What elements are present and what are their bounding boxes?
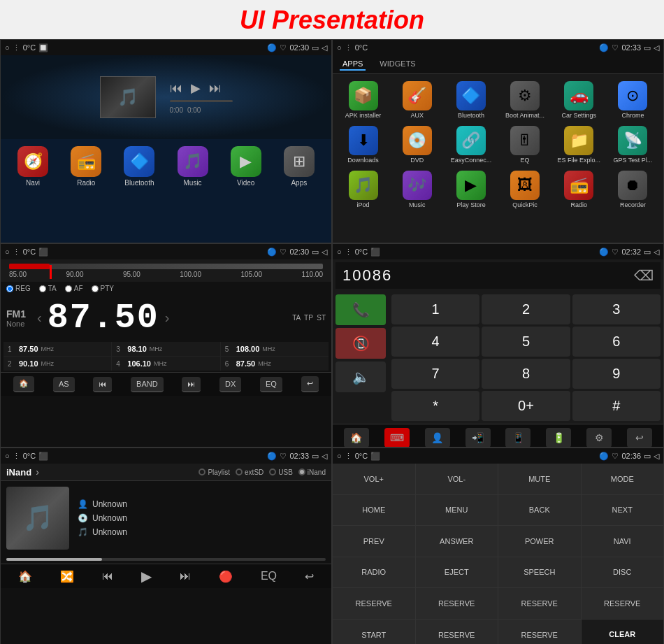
back-arrow-5[interactable]: ◁ (322, 452, 327, 461)
prev-track-icon[interactable]: ⏮ (170, 81, 182, 96)
tab-widgets[interactable]: WIDGETS (377, 58, 418, 71)
btn-menu[interactable]: MENU (416, 495, 498, 526)
eq-btn-media[interactable]: EQ (261, 570, 277, 582)
next-btn-media[interactable]: ⏭ (180, 570, 191, 582)
app-aux[interactable]: 🎸 AUX (391, 78, 443, 122)
battery-btn[interactable]: 🔋 (546, 428, 571, 448)
preset-2[interactable]: 2 90.10 MHz (3, 357, 111, 371)
phone-btn-2[interactable]: 📲 (465, 428, 491, 448)
shuffle-btn[interactable]: 🔀 (60, 570, 74, 583)
speaker-btn[interactable]: 🔈 (335, 362, 386, 392)
home-btn-dialer[interactable]: 🏠 (344, 428, 369, 448)
back-btn-dialer[interactable]: ↩ (627, 428, 652, 448)
btn-mute[interactable]: MUTE (498, 464, 581, 494)
loop-btn[interactable]: 🔴 (219, 570, 233, 583)
btn-start[interactable]: START (333, 620, 415, 645)
dial-2[interactable]: 2 (482, 294, 570, 324)
app-ipod[interactable]: 🎵 iPod (337, 168, 389, 211)
app-radio-drawer[interactable]: 📻 Radio (553, 168, 605, 211)
app-play-store[interactable]: ▶ Play Store (445, 168, 497, 211)
next-track-icon[interactable]: ⏭ (209, 81, 222, 96)
btn-speech[interactable]: SPEECH (498, 557, 581, 588)
tab-apps[interactable]: APPS (340, 58, 366, 71)
dial-0[interactable]: 0+ (482, 391, 570, 421)
dial-6[interactable]: 6 (572, 327, 661, 357)
contacts-btn[interactable]: 👤 (425, 428, 450, 448)
back-arrow-4[interactable]: ◁ (654, 248, 659, 257)
call-btn-red[interactable]: 📵 (335, 328, 386, 359)
app-gps[interactable]: 📡 GPS Test Pl... (607, 123, 659, 166)
dial-8[interactable]: 8 (482, 359, 570, 389)
mode-reg[interactable]: REG (6, 285, 31, 292)
as-btn[interactable]: AS (53, 377, 75, 392)
app-car-settings[interactable]: 🚗 Car Settings (553, 78, 605, 122)
btn-reserve-5[interactable]: RESERVE (416, 620, 498, 645)
tab-playlist[interactable]: Playlist (199, 468, 230, 476)
btn-back[interactable]: BACK (498, 495, 581, 526)
dial-9[interactable]: 9 (572, 359, 661, 389)
app-bluetooth[interactable]: 🔷 Bluetooth (124, 146, 154, 187)
app-quickpic[interactable]: 🖼 QuickPic (498, 168, 551, 211)
home-btn-media[interactable]: 🏠 (18, 570, 32, 583)
media-progress-bar[interactable] (1, 555, 331, 564)
eq-btn-radio[interactable]: EQ (260, 377, 282, 392)
app-music[interactable]: 🎵 Music (178, 146, 208, 187)
preset-4[interactable]: 4 106.10 MHz (112, 357, 219, 371)
dial-1[interactable]: 1 (391, 294, 479, 324)
prev-btn-radio[interactable]: ⏮ (93, 377, 112, 392)
btn-radio[interactable]: RADIO (333, 557, 415, 588)
mode-af[interactable]: AF (65, 285, 83, 292)
btn-disc[interactable]: DISC (582, 557, 664, 588)
preset-6[interactable]: 6 87.50 MHz (221, 357, 329, 371)
app-chrome[interactable]: ⊙ Chrome (607, 78, 659, 122)
freq-next-btn[interactable]: › (159, 310, 175, 326)
btn-reserve-4[interactable]: RESERVE (582, 588, 664, 619)
dial-4[interactable]: 4 (391, 327, 479, 357)
btn-reserve-6[interactable]: RESERVE (498, 620, 581, 645)
band-btn[interactable]: BAND (131, 377, 164, 392)
btn-reserve-1[interactable]: RESERVE (333, 588, 415, 619)
back-btn-radio[interactable]: ↩ (301, 376, 319, 392)
dial-5[interactable]: 5 (482, 327, 570, 357)
play-pause-icon[interactable]: ▶ (191, 80, 201, 96)
btn-vol-minus[interactable]: VOL- (416, 464, 498, 494)
freq-prev-btn[interactable]: ‹ (31, 310, 48, 326)
back-btn-media[interactable]: ↩ (305, 570, 314, 583)
dx-btn[interactable]: DX (219, 377, 241, 392)
play-btn-media[interactable]: ▶ (141, 568, 152, 585)
dial-3[interactable]: 3 (572, 294, 661, 324)
back-arrow-1[interactable]: ◁ (322, 43, 327, 52)
preset-1[interactable]: 1 87.50 MHz (3, 342, 111, 356)
app-bluetooth-drawer[interactable]: 🔷 Bluetooth (445, 78, 497, 122)
back-arrow-3[interactable]: ◁ (322, 248, 327, 257)
app-es-file[interactable]: 📁 ES File Explo... (553, 123, 605, 166)
dial-hash[interactable]: # (572, 391, 661, 421)
app-dvd[interactable]: 💿 DVD (391, 123, 443, 166)
next-btn-radio[interactable]: ⏭ (182, 377, 201, 392)
tab-inand[interactable]: iNand (298, 468, 326, 476)
tab-usb[interactable]: USB (269, 468, 293, 476)
app-easy-connect[interactable]: 🔗 EasyConnec... (445, 123, 497, 166)
app-navi[interactable]: 🧭 Navi (17, 146, 48, 187)
app-radio[interactable]: 📻 Radio (71, 146, 101, 187)
app-music-drawer[interactable]: 🎶 Music (391, 168, 443, 211)
btn-prev[interactable]: PREV (333, 526, 415, 557)
btn-home[interactable]: HOME (333, 495, 415, 526)
preset-5[interactable]: 5 108.00 MHz (221, 342, 329, 356)
btn-vol-plus[interactable]: VOL+ (333, 464, 415, 494)
mode-pty[interactable]: PTY (92, 285, 114, 292)
app-downloads[interactable]: ⬇ Downloads (337, 123, 389, 166)
btn-next[interactable]: NEXT (582, 495, 664, 526)
app-apps[interactable]: ⊞ Apps (284, 146, 315, 187)
backspace-btn[interactable]: ⌫ (634, 267, 654, 284)
btn-power[interactable]: POWER (498, 526, 581, 557)
dial-7[interactable]: 7 (391, 359, 479, 389)
app-recorder[interactable]: ⏺ Recorder (607, 168, 659, 211)
btn-clear[interactable]: CLEAR (582, 620, 664, 645)
back-arrow-2[interactable]: ◁ (654, 43, 659, 52)
phone-btn-3[interactable]: 📱 (505, 428, 531, 448)
back-arrow-6[interactable]: ◁ (654, 452, 659, 461)
dialpad-btn[interactable]: ⌨ (384, 428, 410, 448)
app-video[interactable]: ▶ Video (231, 146, 261, 187)
settings-btn-dialer[interactable]: ⚙ (586, 428, 612, 448)
